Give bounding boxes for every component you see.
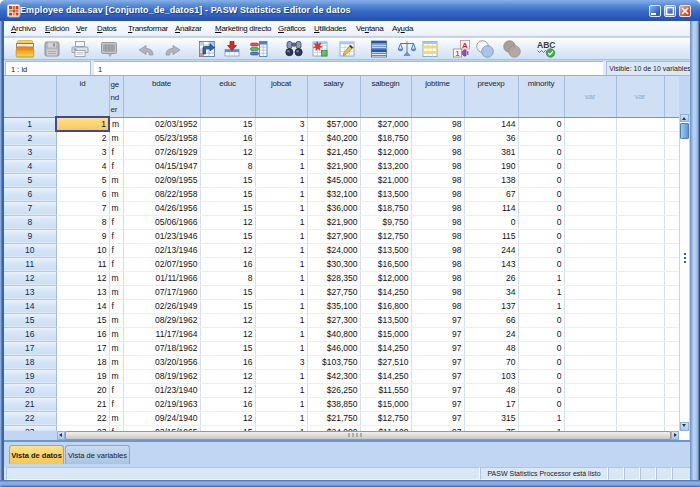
svg-text:ABC: ABC bbox=[537, 40, 555, 50]
svg-text:A: A bbox=[462, 41, 468, 50]
svg-text:1: 1 bbox=[455, 49, 460, 58]
